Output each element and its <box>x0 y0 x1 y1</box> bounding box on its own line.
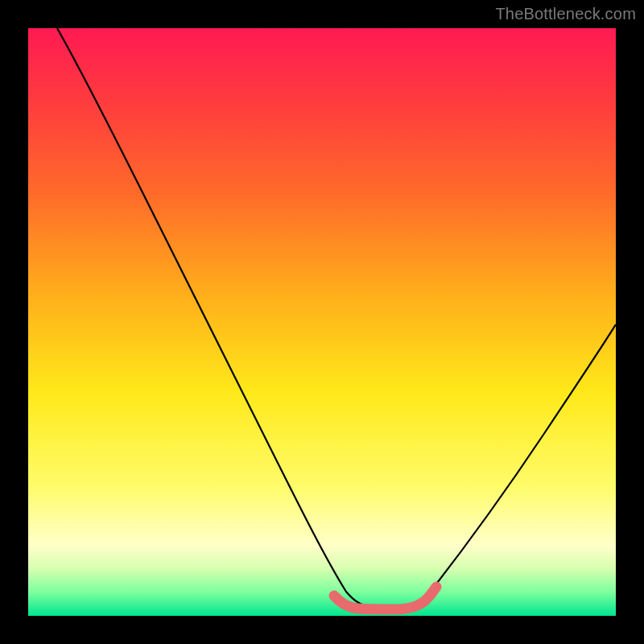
chart-frame: TheBottleneck.com <box>0 0 644 644</box>
bottleneck-curve <box>57 28 616 606</box>
bottom-accent-band <box>334 587 436 609</box>
plot-area <box>28 28 616 616</box>
watermark-text: TheBottleneck.com <box>495 5 636 23</box>
bottleneck-curve-svg <box>28 28 616 616</box>
